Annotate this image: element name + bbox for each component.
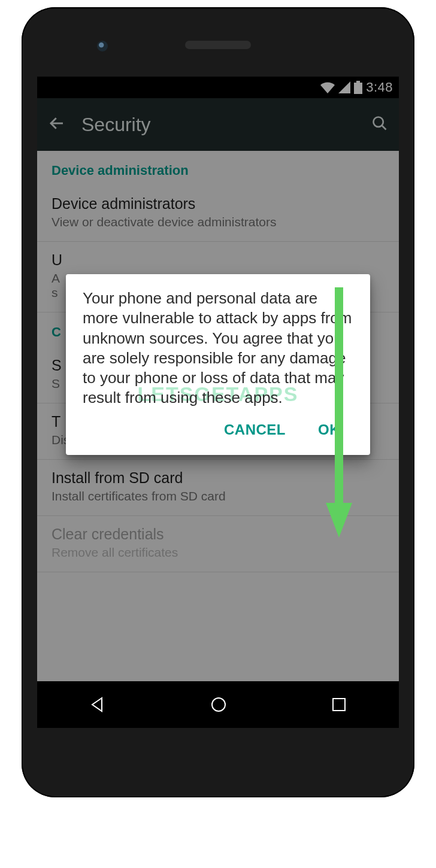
ok-button[interactable]: OK: [318, 421, 340, 438]
nav-home-icon[interactable]: [210, 696, 228, 714]
dialog-message: Your phone and personal data are more vu…: [83, 289, 353, 408]
cancel-button[interactable]: CANCEL: [224, 421, 286, 438]
device-top-bezel: [22, 7, 414, 73]
svg-rect-6: [333, 699, 345, 711]
front-camera: [97, 41, 108, 51]
navigation-bar: [37, 681, 399, 728]
svg-point-5: [212, 698, 225, 711]
phone-screen: 3:48 Security Device administration Devi…: [37, 77, 399, 728]
unknown-sources-dialog: LETSGETAPPS Your phone and personal data…: [66, 274, 370, 455]
phone-device-frame: 3:48 Security Device administration Devi…: [22, 7, 414, 797]
dialog-actions: CANCEL OK: [83, 408, 353, 449]
nav-back-icon[interactable]: [89, 696, 107, 714]
nav-recent-icon[interactable]: [331, 696, 347, 713]
earpiece-speaker: [185, 41, 251, 49]
